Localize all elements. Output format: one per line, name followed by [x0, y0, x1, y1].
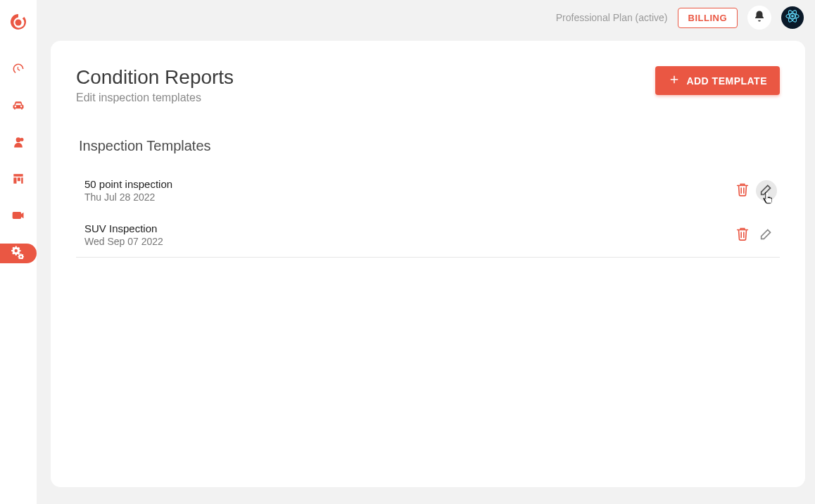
- sidebar-item-vehicles[interactable]: [0, 97, 37, 117]
- template-name: SUV Inspection: [84, 222, 163, 234]
- svg-point-0: [15, 20, 22, 26]
- nav-items: [0, 61, 37, 263]
- trash-icon: [735, 182, 750, 200]
- avatar[interactable]: [781, 6, 804, 29]
- video-icon: [11, 208, 25, 225]
- delete-template-button[interactable]: [732, 225, 753, 246]
- kanban-icon: [11, 172, 25, 189]
- edit-template-button[interactable]: [756, 180, 777, 201]
- people-icon: [11, 135, 25, 152]
- billing-button[interactable]: BILLING: [678, 8, 738, 28]
- page-subtitle: Edit inspection templates: [76, 92, 234, 104]
- edit-template-button[interactable]: [756, 225, 777, 246]
- svg-point-1: [791, 15, 794, 18]
- atom-icon: [785, 8, 800, 27]
- sidebar-item-video[interactable]: [0, 207, 37, 227]
- edit-icon: [759, 182, 774, 200]
- sidebar-item-settings[interactable]: [0, 244, 37, 263]
- template-info: 50 point inspection Thu Jul 28 2022: [84, 178, 172, 203]
- template-row: SUV Inspection Wed Sep 07 2022: [76, 213, 780, 257]
- titles: Condition Reports Edit inspection templa…: [76, 66, 234, 104]
- template-name: 50 point inspection: [84, 178, 172, 190]
- template-info: SUV Inspection Wed Sep 07 2022: [84, 222, 163, 247]
- section-title: Inspection Templates: [79, 138, 780, 154]
- gears-icon: [11, 245, 25, 262]
- template-row: 50 point inspection Thu Jul 28 2022: [76, 168, 780, 213]
- add-template-button[interactable]: ADD TEMPLATE: [655, 66, 780, 95]
- delete-template-button[interactable]: [732, 180, 753, 201]
- sidebar-item-users[interactable]: [0, 134, 37, 153]
- trash-icon: [735, 226, 750, 244]
- row-actions: [732, 225, 777, 246]
- main-card: Condition Reports Edit inspection templa…: [51, 41, 805, 487]
- bell-icon: [753, 10, 766, 25]
- edit-icon: [759, 226, 774, 244]
- plan-status-text: Professional Plan (active): [556, 12, 668, 23]
- card-header: Condition Reports Edit inspection templa…: [76, 66, 780, 104]
- gauge-icon: [11, 62, 25, 79]
- template-date: Thu Jul 28 2022: [84, 191, 172, 203]
- plus-icon: [668, 73, 681, 88]
- page-title: Condition Reports: [76, 66, 234, 89]
- car-icon: [11, 99, 25, 115]
- sidebar-item-dashboard[interactable]: [0, 61, 37, 80]
- notifications-button[interactable]: [747, 6, 771, 30]
- sidebar-item-board[interactable]: [0, 170, 37, 190]
- row-actions: [732, 180, 777, 201]
- topbar: Professional Plan (active) BILLING: [37, 0, 815, 35]
- app-logo-icon: [8, 13, 28, 32]
- sidebar: [0, 0, 37, 504]
- template-list: 50 point inspection Thu Jul 28 2022: [76, 168, 780, 258]
- add-template-label: ADD TEMPLATE: [686, 75, 767, 87]
- template-date: Wed Sep 07 2022: [84, 236, 163, 247]
